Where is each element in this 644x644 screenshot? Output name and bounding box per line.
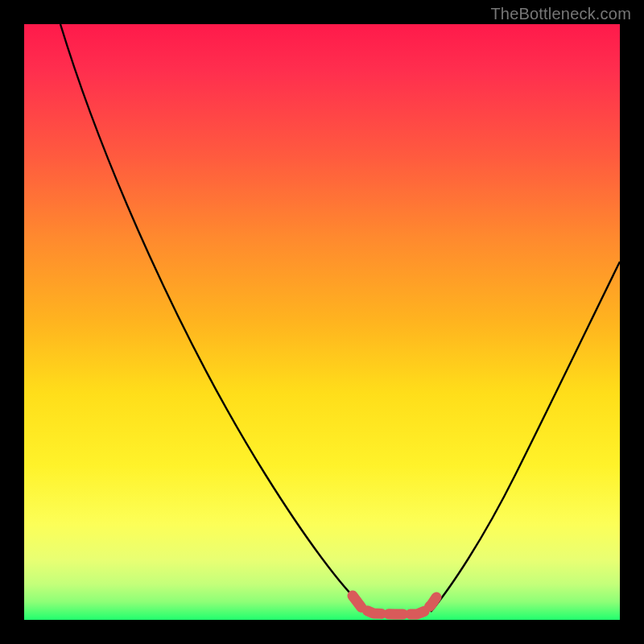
plateau-marker [353, 596, 436, 614]
right-curve [431, 262, 620, 612]
chart-frame: TheBottleneck.com [0, 0, 644, 644]
left-curve [60, 24, 376, 614]
attribution-text: TheBottleneck.com [490, 5, 631, 23]
plot-area [24, 24, 620, 620]
curve-svg [24, 24, 620, 620]
